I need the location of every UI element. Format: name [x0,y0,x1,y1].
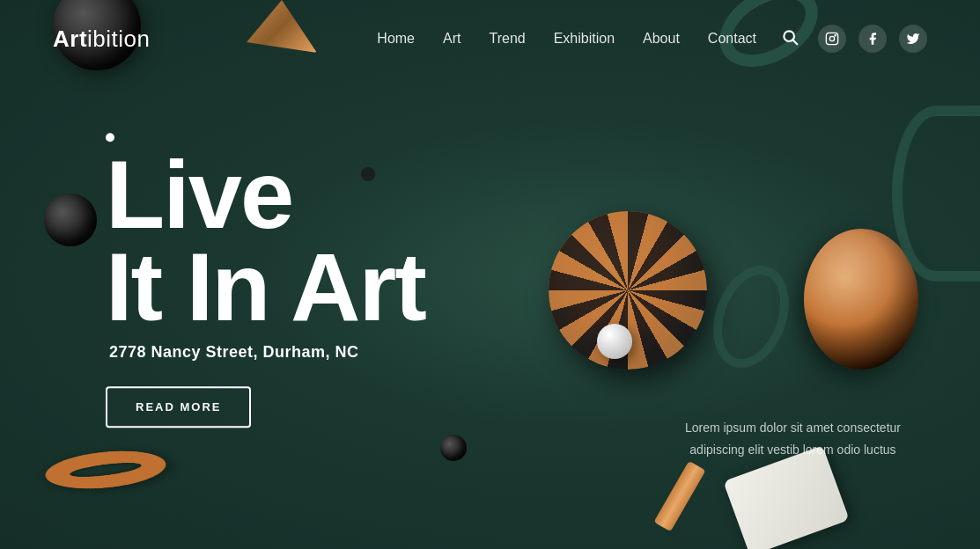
hero-content: Live It In Art 2778 Nancy Street, Durham… [106,133,425,428]
nav-link-contact[interactable]: Contact [708,31,756,46]
twitter-icon[interactable] [899,25,927,53]
hero-address: 2778 Nancy Street, Durham, NC [109,343,425,362]
lorem-text: Lorem ipsum dolor sit amet consectetur a… [685,417,901,461]
nav-link-trend[interactable]: Trend [489,31,525,46]
bronze-cone-right-decoration [804,229,918,370]
sphere-bottom-mid-decoration [440,435,467,461]
svg-rect-2 [826,33,837,44]
hero-title-line2: It In Art [106,241,425,333]
search-icon[interactable] [781,28,799,50]
white-small-sphere-decoration [597,324,632,359]
read-more-button[interactable]: READ MORE [106,386,251,428]
wave-right-decoration [892,106,980,282]
instagram-icon[interactable] [818,25,846,53]
nav-link-exhibition[interactable]: Exhibition [554,31,615,46]
sphere-left-mid-decoration [44,194,97,246]
nav-item-contact[interactable]: Contact [708,31,756,47]
nav-icons [781,25,927,53]
navbar: Artibition Home Art Trend Exhibition Abo… [0,0,980,77]
nav-link-art[interactable]: Art [443,31,461,46]
logo-light: ibition [87,26,150,52]
nav-item-exhibition[interactable]: Exhibition [554,31,615,47]
torus-bottom-left-decoration [44,435,167,523]
nav-item-art[interactable]: Art [443,31,461,47]
swirl-mid-right-decoration [700,255,802,378]
nav-links: Home Art Trend Exhibition About Contact [377,31,756,47]
lorem-paragraph: Lorem ipsum dolor sit amet consectetur a… [685,421,901,457]
facebook-icon[interactable] [858,25,887,53]
nav-item-about[interactable]: About [643,31,680,47]
svg-point-3 [829,36,834,40]
logo-bold: Art [53,26,87,52]
hero-section: Artibition Home Art Trend Exhibition Abo… [0,0,980,549]
nav-item-trend[interactable]: Trend [489,31,525,47]
logo[interactable]: Artibition [53,26,151,53]
svg-line-1 [793,40,798,44]
svg-point-4 [835,35,836,36]
nav-item-home[interactable]: Home [377,31,415,47]
hero-title: Live It In Art [106,149,425,333]
hero-title-line1: Live [106,149,425,241]
nav-link-home[interactable]: Home [377,31,415,46]
cylinder-bottom-right-decoration [653,461,705,531]
nav-link-about[interactable]: About [643,31,680,46]
